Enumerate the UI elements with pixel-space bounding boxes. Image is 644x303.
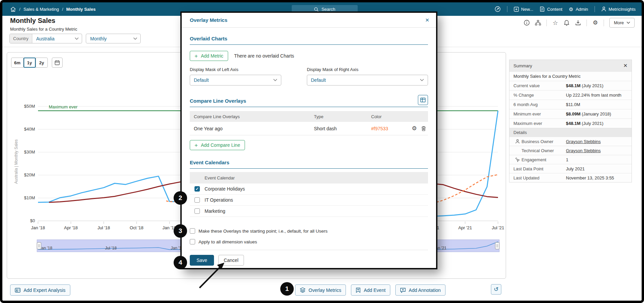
- search-icon: [314, 7, 319, 12]
- period-filter[interactable]: Monthly: [86, 34, 141, 43]
- add-compare-line-button[interactable]: + Add Compare Line: [190, 140, 245, 150]
- compare-line-table: Compare Line Overlays Type Color One Yea…: [190, 111, 428, 135]
- default-overlays-label: Make these Overlays the starting point; …: [199, 229, 327, 234]
- add-expert-analysis-button[interactable]: Add Expert Analysis: [10, 284, 70, 296]
- history-icon: ↺: [494, 286, 498, 293]
- breadcrumb-separator: /: [62, 7, 63, 12]
- right-axis-mask-select[interactable]: Default: [307, 75, 428, 86]
- close-icon[interactable]: ✕: [623, 63, 628, 69]
- summary-row-label: Minimum ever: [513, 111, 566, 116]
- more-label: More: [614, 20, 624, 25]
- calendar-button[interactable]: [52, 58, 63, 68]
- range-2y-button[interactable]: 2y: [36, 58, 48, 68]
- x-axis-label: Apr '18: [64, 225, 78, 230]
- breadcrumb-item-group[interactable]: Sales & Marketing: [24, 7, 59, 12]
- step-badge-3: 3: [174, 224, 187, 238]
- admin-button[interactable]: ⚙ Admin: [569, 7, 588, 12]
- add-annotation-button[interactable]: Add Annotation: [395, 284, 445, 296]
- footer-actions: Overlay Metrics Add Event Add Annotation: [295, 284, 445, 296]
- compare-line-actions: ⚙: [406, 125, 428, 132]
- detail-label: Engagement: [522, 157, 566, 162]
- all-dimensions-option: Apply to all dimension values: [190, 239, 428, 244]
- dimension-filter-label: Country: [10, 34, 32, 43]
- content-button[interactable]: Content: [540, 6, 563, 12]
- search-label: Search: [321, 7, 335, 12]
- event-calendar-row: ✓Corporate Holidays: [190, 183, 428, 195]
- col-type: Type: [314, 114, 371, 119]
- col-name: Compare Line Overlays: [190, 114, 314, 119]
- account-menu[interactable]: MetricInsights: [601, 6, 636, 12]
- modal-body: Overlaid Charts + Add Metric There are n…: [182, 36, 436, 266]
- compare-line-color: #f97533: [371, 126, 406, 131]
- overlay-metrics-button[interactable]: Overlay Metrics: [295, 284, 346, 296]
- summary-row-value: Up 222.24% from last month: [566, 93, 621, 98]
- event-calendar-checkbox[interactable]: [194, 208, 200, 214]
- tour-button[interactable]: [495, 6, 501, 12]
- summary-detail-row: Business OwnerGrayson Stebbins: [509, 137, 632, 146]
- download-icon[interactable]: [575, 20, 581, 26]
- event-calendar-row: IT Operations: [190, 195, 428, 206]
- detail-value[interactable]: Grayson Stebbins: [566, 139, 601, 144]
- lineage-icon[interactable]: [535, 20, 541, 26]
- summary-row-label: % Change: [513, 93, 566, 98]
- trash-icon[interactable]: [421, 126, 426, 131]
- x-axis-label: Oct '18: [130, 225, 144, 230]
- notification-bell-icon[interactable]: [564, 20, 570, 26]
- breadcrumb-item-current: Monthly Sales: [66, 7, 96, 12]
- more-button[interactable]: More: [609, 18, 635, 28]
- navbar-actions: New... Content ⚙ Admin MetricInsights: [495, 2, 636, 16]
- content-label: Content: [547, 7, 563, 12]
- x-axis-label: Jul '21: [492, 225, 504, 230]
- add-compare-line-label: Add Compare Line: [201, 142, 240, 148]
- range-1y-button[interactable]: 1y: [24, 58, 36, 68]
- right-axis-mask-label: Display Mask of Right Axis: [307, 67, 428, 72]
- summary-kv-rows: Current value$48.1M (July 2021)% ChangeU…: [509, 81, 632, 128]
- table-view-button[interactable]: [418, 95, 428, 105]
- all-dimensions-checkbox[interactable]: [190, 239, 195, 244]
- event-calendars-section-header: Event Calendars: [190, 160, 428, 169]
- toolbar-divider: [546, 20, 547, 26]
- dimension-filter[interactable]: Country Australia: [9, 34, 82, 43]
- expert-analysis-icon: [15, 288, 21, 293]
- summary-row-value: $48.1M (July 2021): [566, 121, 603, 126]
- favorite-star-icon[interactable]: ☆: [552, 20, 558, 26]
- info-icon[interactable]: [524, 20, 530, 26]
- left-axis-mask: Display Mask of Left Axis Default: [190, 67, 281, 86]
- layers-icon: [300, 287, 306, 293]
- range-6m-button[interactable]: 6m: [11, 58, 24, 68]
- event-calendar-table-header: Event Calendar: [190, 172, 428, 183]
- chevron-down-icon: [627, 22, 630, 24]
- new-button[interactable]: New...: [514, 7, 533, 12]
- modal-title: Overlay Metrics: [190, 17, 227, 23]
- y-axis-label: $50M: [24, 104, 35, 109]
- period-filter-value: Monthly: [86, 36, 133, 41]
- annotation-arrow: [193, 258, 234, 291]
- settings-gear-icon[interactable]: ⚙: [592, 20, 598, 26]
- compare-line-heading: Compare Line Overlays: [190, 98, 246, 104]
- chevron-down-icon: [133, 37, 137, 40]
- gear-icon[interactable]: ⚙: [412, 125, 417, 132]
- summary-header: Summary ✕: [509, 60, 632, 71]
- right-axis-mask-value: Default: [311, 77, 326, 83]
- event-calendar-checkbox[interactable]: [194, 197, 200, 203]
- slider-label: Jan '18: [39, 246, 52, 250]
- event-calendar-table: Event Calendar ✓Corporate HolidaysIT Ope…: [190, 172, 428, 217]
- range-selector: 6m 1y 2y: [11, 58, 63, 68]
- reset-view-button[interactable]: ↺: [491, 284, 501, 295]
- event-calendar-name: IT Operations: [205, 197, 428, 203]
- add-annotation-label: Add Annotation: [409, 288, 441, 293]
- slider-handle-left[interactable]: [37, 242, 41, 249]
- summary-title: Summary: [513, 63, 532, 68]
- summary-row-value: $48.1M (July 2021): [566, 83, 603, 88]
- home-icon[interactable]: [10, 6, 16, 12]
- add-metric-button[interactable]: + Add Metric: [190, 51, 228, 61]
- x-axis-label: Apr '21: [458, 225, 472, 230]
- left-axis-mask-select[interactable]: Default: [190, 75, 281, 86]
- modal-close-icon[interactable]: ✕: [425, 17, 429, 23]
- add-event-button[interactable]: Add Event: [351, 284, 390, 296]
- slider-handle-right[interactable]: [495, 242, 499, 249]
- event-calendar-checkbox[interactable]: ✓: [194, 186, 200, 192]
- summary-subtitle-row: Monthly Sales for a Country Metric: [509, 71, 632, 81]
- default-overlays-checkbox[interactable]: [190, 228, 195, 234]
- detail-value[interactable]: Grayson Stebbins: [566, 148, 601, 153]
